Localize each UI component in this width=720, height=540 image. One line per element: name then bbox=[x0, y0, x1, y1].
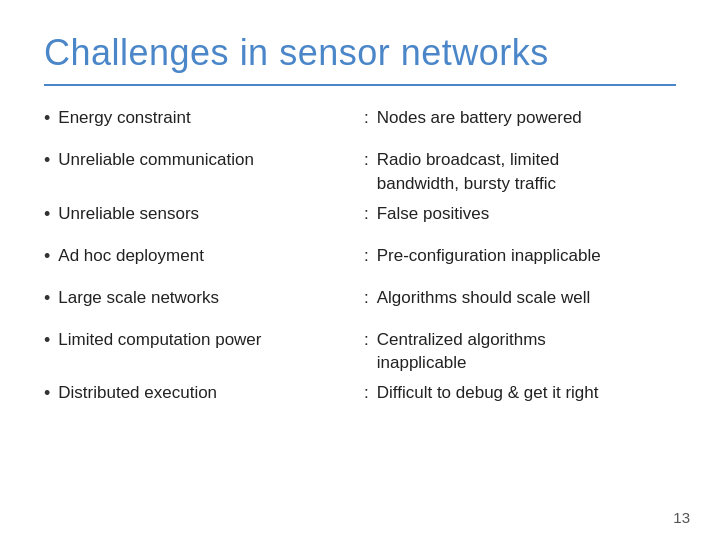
right-text-large-scale: Algorithms should scale well bbox=[377, 286, 591, 310]
right-text-distributed: Difficult to debug & get it right bbox=[377, 381, 599, 405]
page-number: 13 bbox=[673, 509, 690, 526]
bullet-unreliable-sensors: • bbox=[44, 204, 50, 225]
content-area: • Energy constraint : Nodes are battery … bbox=[44, 104, 676, 421]
colon-limited-comp: : bbox=[364, 330, 369, 350]
right-text-unreliable-comm: Radio broadcast, limitedbandwidth, burst… bbox=[377, 148, 559, 196]
colon-adhoc: : bbox=[364, 246, 369, 266]
bullet-energy: • bbox=[44, 108, 50, 129]
bullet-adhoc: • bbox=[44, 246, 50, 267]
right-text-energy: Nodes are battery powered bbox=[377, 106, 582, 130]
colon-energy: : bbox=[364, 108, 369, 128]
row-energy: • Energy constraint : Nodes are battery … bbox=[44, 104, 676, 146]
bullet-unreliable-comm: • bbox=[44, 150, 50, 171]
right-unreliable-sensors: : False positives bbox=[364, 200, 676, 230]
slide: Challenges in sensor networks • Energy c… bbox=[0, 0, 720, 540]
right-distributed: : Difficult to debug & get it right bbox=[364, 379, 676, 409]
colon-distributed: : bbox=[364, 383, 369, 403]
right-energy: : Nodes are battery powered bbox=[364, 104, 676, 134]
right-adhoc: : Pre-configuration inapplicable bbox=[364, 242, 676, 272]
left-distributed: • Distributed execution bbox=[44, 379, 364, 409]
right-unreliable-comm: : Radio broadcast, limitedbandwidth, bur… bbox=[364, 146, 676, 200]
left-text-large-scale: Large scale networks bbox=[58, 286, 219, 310]
row-large-scale: • Large scale networks : Algorithms shou… bbox=[44, 284, 676, 326]
right-limited-comp: : Centralized algorithmsinapplicable bbox=[364, 326, 676, 380]
bullet-large-scale: • bbox=[44, 288, 50, 309]
bullet-distributed: • bbox=[44, 383, 50, 404]
title-divider bbox=[44, 84, 676, 86]
left-text-unreliable-comm: Unreliable communication bbox=[58, 148, 254, 172]
left-text-distributed: Distributed execution bbox=[58, 381, 217, 405]
row-unreliable-sensors: • Unreliable sensors : False positives bbox=[44, 200, 676, 242]
right-text-unreliable-sensors: False positives bbox=[377, 202, 489, 226]
left-text-adhoc: Ad hoc deployment bbox=[58, 244, 204, 268]
row-unreliable-comm: • Unreliable communication : Radio broad… bbox=[44, 146, 676, 200]
left-unreliable-comm: • Unreliable communication bbox=[44, 146, 364, 176]
colon-large-scale: : bbox=[364, 288, 369, 308]
left-energy: • Energy constraint bbox=[44, 104, 364, 134]
slide-title: Challenges in sensor networks bbox=[44, 32, 676, 74]
left-text-unreliable-sensors: Unreliable sensors bbox=[58, 202, 199, 226]
right-text-limited-comp: Centralized algorithmsinapplicable bbox=[377, 328, 546, 376]
right-text-adhoc: Pre-configuration inapplicable bbox=[377, 244, 601, 268]
colon-unreliable-sensors: : bbox=[364, 204, 369, 224]
left-text-energy: Energy constraint bbox=[58, 106, 190, 130]
colon-unreliable-comm: : bbox=[364, 150, 369, 170]
left-large-scale: • Large scale networks bbox=[44, 284, 364, 314]
left-unreliable-sensors: • Unreliable sensors bbox=[44, 200, 364, 230]
left-limited-comp: • Limited computation power bbox=[44, 326, 364, 356]
left-adhoc: • Ad hoc deployment bbox=[44, 242, 364, 272]
row-limited-comp: • Limited computation power : Centralize… bbox=[44, 326, 676, 380]
right-large-scale: : Algorithms should scale well bbox=[364, 284, 676, 314]
bullet-limited-comp: • bbox=[44, 330, 50, 351]
left-text-limited-comp: Limited computation power bbox=[58, 328, 261, 352]
row-adhoc: • Ad hoc deployment : Pre-configuration … bbox=[44, 242, 676, 284]
row-distributed: • Distributed execution : Difficult to d… bbox=[44, 379, 676, 421]
